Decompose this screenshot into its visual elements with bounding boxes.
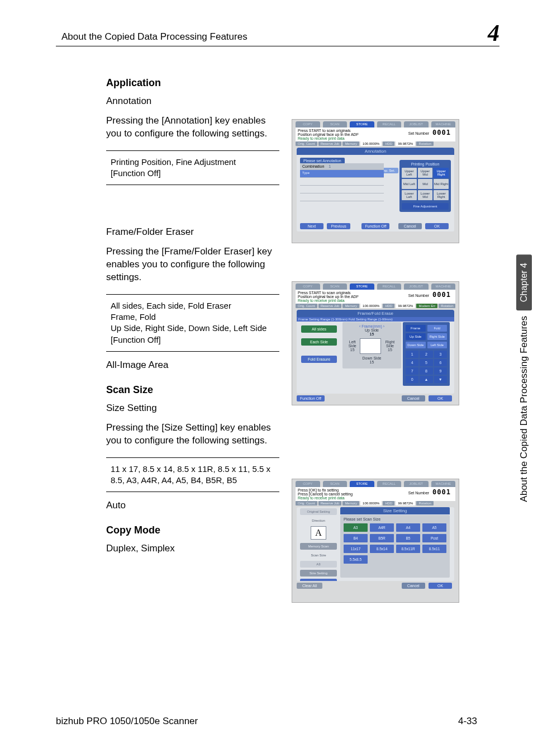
- tab-original-setting[interactable]: Original Setting: [300, 508, 337, 515]
- screen-tabs: COPY SCAN STORE RECALL JOBLIST MACHINE: [292, 120, 459, 127]
- label-scan-size: Scan Size: [300, 552, 337, 559]
- opt-left-side[interactable]: Left Side: [427, 342, 448, 348]
- status-bar: Orig. Count Reserve Job Memory 100.0000%…: [296, 501, 455, 505]
- opt-right-side[interactable]: Right Side: [427, 333, 448, 340]
- heading-copy-mode: Copy Mode: [106, 525, 279, 536]
- num-key[interactable]: 4: [406, 359, 418, 366]
- footer-product: bizhub PRO 1050/1050e Scanner: [56, 716, 198, 727]
- text-duplex-simplex: Duplex, Simplex: [106, 543, 279, 554]
- options-frame: All sides, Each side, Fold Eraser Frame,…: [106, 294, 279, 352]
- tab-store[interactable]: STORE: [350, 284, 374, 290]
- tab-machine[interactable]: MACHINE: [431, 121, 456, 127]
- size-55x85[interactable]: 5.5x8.5: [344, 555, 368, 564]
- pp-upper-mid[interactable]: Upper Mid: [418, 168, 433, 178]
- option-line: All sides, Each side, Fold Eraser: [111, 300, 275, 311]
- function-off-button[interactable]: Function Off: [361, 223, 389, 229]
- size-b4[interactable]: B4: [344, 534, 368, 542]
- size-a4r[interactable]: A4R: [370, 523, 394, 532]
- footer-page: 4-33: [458, 716, 477, 727]
- pp-upper-left[interactable]: Upper Left: [402, 168, 417, 178]
- tab-size-setting[interactable]: Size Setting: [300, 570, 337, 577]
- ok-button[interactable]: OK: [429, 583, 452, 589]
- pp-lower-left[interactable]: Lower Left: [402, 190, 417, 200]
- msg-ready: Ready to receive print data: [298, 299, 453, 303]
- pp-mid[interactable]: Mid: [418, 179, 433, 189]
- size-a5[interactable]: A5: [422, 523, 446, 532]
- size-main: Please set Scan Size A3 A4R A4 A5 B4 B5R…: [340, 515, 450, 578]
- num-key[interactable]: 5: [420, 359, 432, 366]
- size-85x14[interactable]: 8.5x14: [370, 545, 394, 553]
- fine-adjustment-button[interactable]: Fine Adjustment: [402, 203, 449, 210]
- ok-button[interactable]: OK: [429, 395, 452, 401]
- cancel-button[interactable]: Cancel: [398, 223, 422, 229]
- tab-recall[interactable]: RECALL: [377, 121, 402, 127]
- size-85x11[interactable]: 8.5x11: [422, 545, 446, 553]
- tab-scan[interactable]: SCAN: [323, 121, 348, 127]
- text-auto: Auto: [106, 500, 279, 511]
- tab-store[interactable]: STORE: [350, 481, 374, 487]
- tab-machine[interactable]: MACHINE: [431, 284, 456, 290]
- pp-lower-right[interactable]: Lower Right: [434, 190, 449, 200]
- header-title: About the Copied Data Processing Feature…: [56, 31, 248, 42]
- pp-mid-right[interactable]: Mid Right: [434, 179, 449, 189]
- num-key[interactable]: 1: [406, 351, 418, 358]
- tab-memory-scan[interactable]: Memory Scan: [300, 543, 337, 550]
- function-off-button[interactable]: Function Off: [297, 395, 325, 401]
- num-key[interactable]: 2: [420, 351, 432, 358]
- option-line: Printing Position, Fine Adjustment: [111, 157, 275, 168]
- num-key[interactable]: 9: [434, 367, 447, 375]
- size-b5r[interactable]: B5R: [370, 534, 394, 542]
- size-a3[interactable]: A3: [344, 523, 368, 532]
- next-button[interactable]: Next: [300, 223, 323, 229]
- tab-store[interactable]: STORE: [350, 121, 374, 127]
- heading-scan-size: Scan Size: [106, 384, 279, 396]
- size-85x11r[interactable]: 8.5x11R: [396, 545, 420, 553]
- num-up[interactable]: ▲: [420, 376, 432, 383]
- body-title: Annotation: [297, 148, 454, 155]
- tab-scan[interactable]: SCAN: [323, 481, 348, 487]
- all-sides-button[interactable]: All sides: [301, 325, 337, 333]
- tab-copy[interactable]: COPY: [296, 121, 320, 127]
- opt-up-side[interactable]: Up Side: [406, 333, 426, 340]
- size-post[interactable]: Post: [422, 534, 446, 542]
- pp-mid-left[interactable]: Mid Left: [402, 179, 417, 189]
- tab-copy[interactable]: COPY: [296, 481, 320, 487]
- tab-auto[interactable]: Auto: [300, 579, 337, 581]
- pp-lower-mid[interactable]: Lower Mid: [418, 190, 433, 200]
- subhead-size-setting: Size Setting: [106, 403, 279, 414]
- tab-recall[interactable]: RECALL: [377, 284, 402, 290]
- opt-down-side[interactable]: Down Side: [406, 342, 426, 348]
- clear-all-button[interactable]: Clear All: [297, 583, 322, 589]
- chapter-number: 4: [488, 23, 499, 44]
- pp-upper-right[interactable]: Upper Right: [434, 168, 449, 178]
- tab-joblist[interactable]: JOBLIST: [404, 284, 429, 290]
- tab-recall[interactable]: RECALL: [377, 481, 402, 487]
- please-set-scan-size: Please set Scan Size: [344, 517, 446, 521]
- previous-button[interactable]: Previous: [327, 223, 350, 229]
- fold-erasure-button[interactable]: Fold Erasure: [301, 356, 337, 363]
- num-key[interactable]: 3: [434, 351, 447, 358]
- opt-fold[interactable]: Fold: [427, 325, 448, 332]
- num-key[interactable]: 8: [420, 367, 432, 375]
- num-key[interactable]: 0: [406, 376, 418, 383]
- option-line: 11 x 17, 8.5 x 14, 8.5 x 11R, 8.5 x 11, …: [111, 464, 275, 486]
- size-a4[interactable]: A4: [396, 523, 420, 532]
- num-down[interactable]: ▼: [434, 376, 447, 383]
- num-key[interactable]: 7: [406, 367, 418, 375]
- tab-copy[interactable]: COPY: [296, 284, 320, 290]
- tab-joblist[interactable]: JOBLIST: [404, 121, 429, 127]
- cancel-button[interactable]: Cancel: [402, 395, 425, 401]
- size-11x17[interactable]: 11x17: [344, 545, 368, 553]
- tab-joblist[interactable]: JOBLIST: [404, 481, 429, 487]
- each-side-button[interactable]: Each Side: [301, 338, 337, 346]
- size-b5[interactable]: B5: [396, 534, 420, 542]
- label-direction: Direction: [300, 517, 337, 524]
- cancel-button[interactable]: Cancel: [402, 583, 425, 589]
- opt-frame[interactable]: Frame: [406, 325, 426, 332]
- tab-machine[interactable]: MACHINE: [431, 481, 456, 487]
- ok-button[interactable]: OK: [425, 223, 449, 229]
- tab-scan[interactable]: SCAN: [323, 284, 348, 290]
- num-key[interactable]: 6: [434, 359, 447, 366]
- ff-right-panel: Frame Fold Up Side Right Side Down Side …: [403, 322, 450, 386]
- heading-application: Application: [106, 77, 279, 89]
